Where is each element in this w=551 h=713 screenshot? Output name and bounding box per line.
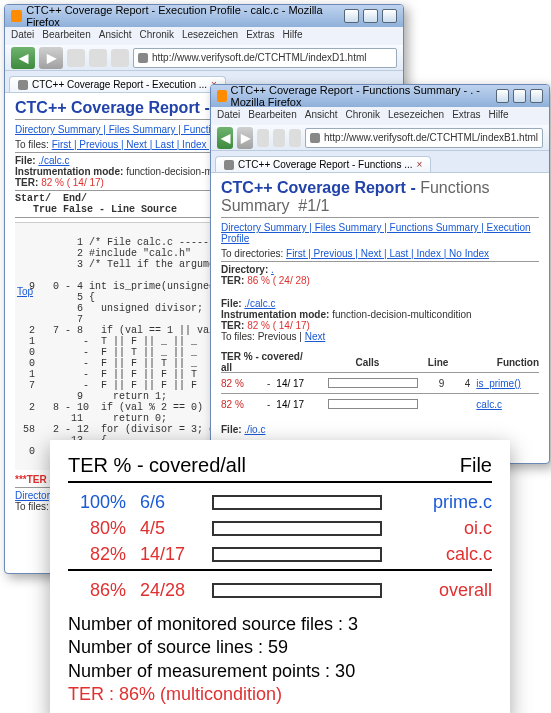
to-files-text: To files: Previous | (221, 331, 305, 342)
row-fn[interactable]: is_prime() (476, 378, 520, 389)
close-button[interactable] (382, 9, 397, 23)
page-favicon (138, 53, 148, 63)
menu-item[interactable]: Chronik (346, 109, 380, 123)
tab-close-icon[interactable]: × (417, 159, 423, 170)
stop-icon[interactable] (273, 129, 285, 147)
forward-button[interactable]: ▶ (39, 47, 63, 69)
to-files: To files: Previous | Next (221, 331, 539, 342)
menu-item[interactable]: Extras (246, 29, 274, 43)
page-favicon (310, 133, 320, 143)
menu-item[interactable]: Lesezeichen (182, 29, 238, 43)
tab-title: CTC++ Coverage Report - Functions ... (238, 159, 413, 170)
firefox-icon (217, 90, 227, 102)
functions-header: TER % - covered/ all Calls Line Function (221, 354, 539, 370)
row-pct: 100% (68, 492, 126, 513)
panel-rows: 100%6/6prime.c80%4/5oi.c82%14/17calc.c86… (68, 489, 492, 603)
row-ratio: 4/5 (140, 518, 198, 539)
row-bar (212, 583, 382, 598)
page-body: CTC++ Coverage Report - Functions Summar… (211, 173, 549, 441)
title-main: CTC++ Coverage Report - (221, 179, 420, 196)
file-label: File: (221, 298, 242, 309)
ter-line: TER: 86 % ( 24/ 28) (221, 275, 539, 286)
col-fn: Function (497, 357, 539, 368)
menu-item[interactable]: Ansicht (99, 29, 132, 43)
menu-item[interactable]: Hilfe (489, 109, 509, 123)
page-counter: #1/1 (298, 197, 329, 214)
minimize-button[interactable] (344, 9, 359, 23)
row-ratio: 6/6 (140, 492, 198, 513)
panel-row: 86%24/28overall (68, 577, 492, 603)
file2-link[interactable]: ./io.c (244, 424, 265, 435)
stat-points: Number of measurement points : 30 (68, 660, 492, 683)
menu-item[interactable]: Bearbeiten (248, 109, 296, 123)
url-input[interactable]: http://www.verifysoft.de/CTCHTML/indexB1… (305, 128, 543, 148)
tab[interactable]: CTC++ Coverage Report - Functions ... × (215, 156, 431, 172)
to-files-next-link[interactable]: Next (305, 331, 326, 342)
instr-label: Instrumentation mode: (15, 166, 123, 177)
minimize-button[interactable] (496, 89, 509, 103)
toolbar: ◀ ▶ http://www.verifysoft.de/CTCHTML/ind… (5, 45, 403, 71)
panel-stats: Number of monitored source files : 3 Num… (68, 613, 492, 707)
close-button[interactable] (530, 89, 543, 103)
row-name: calc.c (396, 544, 492, 565)
row-sep: - (267, 399, 270, 410)
titlebar[interactable]: CTC++ Coverage Report - Functions Summar… (211, 85, 549, 107)
home-icon[interactable] (289, 129, 301, 147)
row-pct: 82% (68, 544, 126, 565)
row-sep: - (267, 378, 270, 389)
menu-item[interactable]: Hilfe (283, 29, 303, 43)
stat-files: Number of monitored source files : 3 (68, 613, 492, 636)
back-button[interactable]: ◀ (217, 127, 233, 149)
titlebar[interactable]: CTC++ Coverage Report - Execution Profil… (5, 5, 403, 27)
to-dirs-links[interactable]: First | Previous | Next | Last | Index |… (286, 248, 489, 259)
panel-head-right: File (460, 454, 492, 477)
toolbar: ◀ ▶ http://www.verifysoft.de/CTCHTML/ind… (211, 125, 549, 151)
row-ratio: 14/ 17 (276, 399, 322, 410)
row-ratio: 14/17 (140, 544, 198, 565)
top-link[interactable]: Top (17, 286, 33, 297)
col-pct: TER % (221, 351, 253, 362)
menu-item[interactable]: Datei (217, 109, 240, 123)
back-button[interactable]: ◀ (11, 47, 35, 69)
dir-label: Directory: (221, 264, 268, 275)
instr-value: function-decision-multicondition (332, 309, 472, 320)
to-dirs: To directories: First | Previous | Next … (221, 248, 539, 259)
row-ratio: 14/ 17 (276, 378, 322, 389)
menubar[interactable]: Datei Bearbeiten Ansicht Chronik Lesezei… (211, 107, 549, 125)
dir-line: Directory: . (221, 264, 539, 275)
row-pct: 82 % (221, 378, 261, 389)
menu-item[interactable]: Chronik (140, 29, 174, 43)
url-input[interactable]: http://www.verifysoft.de/CTCHTML/indexD1… (133, 48, 397, 68)
stop-icon[interactable] (89, 49, 107, 67)
title-main: CTC++ Coverage Report - (15, 99, 214, 116)
summary-panel: TER % - covered/all File 100%6/6prime.c8… (50, 440, 510, 713)
reload-icon[interactable] (67, 49, 85, 67)
panel-head-left: TER % - covered/all (68, 454, 246, 477)
dir-link[interactable]: . (271, 264, 274, 275)
reload-icon[interactable] (257, 129, 269, 147)
file-line: File: ./calc.c (221, 298, 539, 309)
tab-title: CTC++ Coverage Report - Execution ... (32, 79, 207, 90)
menu-item[interactable]: Ansicht (305, 109, 338, 123)
maximize-button[interactable] (363, 9, 378, 23)
tab[interactable]: CTC++ Coverage Report - Execution ... × (9, 76, 226, 92)
menubar[interactable]: Datei Bearbeiten Ansicht Chronik Lesezei… (5, 27, 403, 45)
menu-item[interactable]: Bearbeiten (42, 29, 90, 43)
file2-label: File: (221, 424, 242, 435)
file-link[interactable]: ./calc.c (38, 155, 69, 166)
menu-item[interactable]: Lesezeichen (388, 109, 444, 123)
ter-label: TER: (221, 275, 244, 286)
home-icon[interactable] (111, 49, 129, 67)
maximize-button[interactable] (513, 89, 526, 103)
forward-button[interactable]: ▶ (237, 127, 253, 149)
file-link[interactable]: ./calc.c (244, 298, 275, 309)
menu-item[interactable]: Datei (11, 29, 34, 43)
window-title: CTC++ Coverage Report - Functions Summar… (231, 84, 488, 108)
panel-header: TER % - covered/all File (68, 454, 492, 477)
menu-item[interactable]: Extras (452, 109, 480, 123)
row-fn[interactable]: calc.c (476, 399, 502, 410)
tab-favicon (224, 160, 234, 170)
nav-links[interactable]: Directory Summary | Files Summary | Func… (221, 222, 539, 244)
panel-row: 82%14/17calc.c (68, 541, 492, 567)
row-calls: 9 (424, 378, 444, 389)
